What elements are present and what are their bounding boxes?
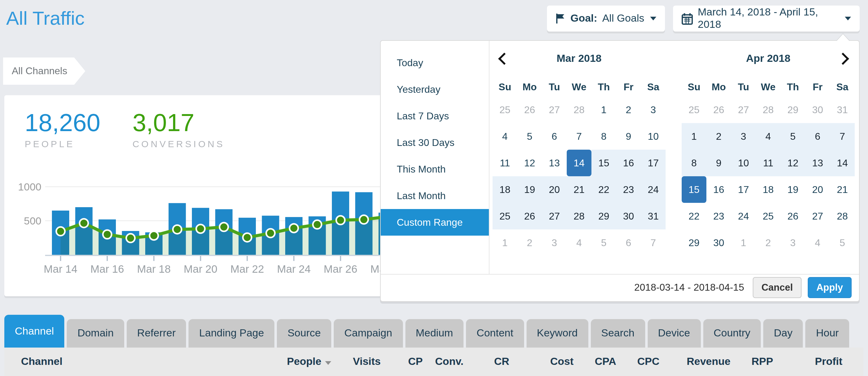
- calendar-day[interactable]: 2: [756, 229, 780, 256]
- calendar-day[interactable]: 26: [517, 203, 542, 229]
- column-header-revenue[interactable]: Revenue: [659, 355, 731, 368]
- preset-last-month[interactable]: Last Month: [381, 182, 489, 209]
- goal-selector-button[interactable]: Goal: All Goals: [547, 6, 665, 32]
- tab-source[interactable]: Source: [277, 319, 331, 348]
- calendar-day[interactable]: 14: [830, 149, 855, 176]
- calendar-day[interactable]: 23: [616, 176, 641, 203]
- calendar-day[interactable]: 27: [731, 96, 756, 123]
- tab-country[interactable]: Country: [703, 319, 761, 348]
- preset-last-7-days[interactable]: Last 7 Days: [381, 103, 489, 129]
- tab-campaign[interactable]: Campaign: [334, 319, 403, 348]
- calendar-day[interactable]: 27: [542, 96, 567, 123]
- cancel-button[interactable]: Cancel: [753, 277, 802, 298]
- column-header-profit[interactable]: Profit: [773, 355, 842, 368]
- calendar-day[interactable]: 7: [567, 123, 591, 149]
- calendar-day[interactable]: 26: [780, 203, 805, 229]
- calendar-day[interactable]: 12: [517, 149, 542, 176]
- calendar-day[interactable]: 2: [706, 123, 731, 149]
- calendar-day[interactable]: 3: [731, 123, 756, 149]
- calendar-day[interactable]: 30: [805, 96, 830, 123]
- calendar-day[interactable]: 9: [706, 149, 731, 176]
- preset-custom-range[interactable]: Custom Range: [381, 209, 489, 235]
- tab-channel[interactable]: Channel: [4, 315, 65, 348]
- calendar-day[interactable]: 9: [616, 123, 641, 149]
- column-header-channel[interactable]: Channel: [21, 355, 257, 368]
- calendar-day[interactable]: 16: [616, 149, 641, 176]
- calendar-day[interactable]: 19: [780, 176, 805, 203]
- tab-content[interactable]: Content: [466, 319, 524, 348]
- calendar-day[interactable]: 6: [805, 123, 830, 149]
- calendar-day[interactable]: 22: [591, 176, 616, 203]
- calendar-day[interactable]: 4: [493, 123, 517, 149]
- calendar-day[interactable]: 25: [493, 96, 517, 123]
- calendar-day[interactable]: 26: [517, 96, 542, 123]
- calendar-day[interactable]: 30: [616, 203, 641, 229]
- column-header-cost[interactable]: Cost: [509, 355, 574, 368]
- calendar-day[interactable]: 17: [731, 176, 756, 203]
- preset-last-30-days[interactable]: Last 30 Days: [381, 129, 489, 155]
- calendar-day[interactable]: 28: [756, 96, 780, 123]
- tab-day[interactable]: Day: [763, 319, 803, 348]
- calendar-day[interactable]: 11: [756, 149, 780, 176]
- calendar-day[interactable]: 5: [591, 229, 616, 256]
- calendar-day[interactable]: 13: [542, 149, 567, 176]
- calendar-day[interactable]: 27: [805, 203, 830, 229]
- tab-referrer[interactable]: Referrer: [127, 319, 186, 348]
- calendar-day[interactable]: 15: [591, 149, 616, 176]
- calendar-day[interactable]: 1: [493, 229, 517, 256]
- calendar-day[interactable]: 29: [682, 229, 706, 256]
- column-header-conv[interactable]: Conv.: [423, 355, 464, 368]
- column-header-cpc[interactable]: CPC: [616, 355, 659, 368]
- tab-medium[interactable]: Medium: [405, 319, 464, 348]
- calendar-day[interactable]: 6: [542, 123, 567, 149]
- calendar-day[interactable]: 25: [756, 203, 780, 229]
- apply-button[interactable]: Apply: [808, 277, 851, 298]
- calendar-day[interactable]: 25: [682, 96, 706, 123]
- tab-landing-page[interactable]: Landing Page: [189, 319, 275, 348]
- calendar-day[interactable]: 8: [682, 149, 706, 176]
- preset-this-month[interactable]: This Month: [381, 155, 489, 182]
- calendar-day[interactable]: 10: [641, 123, 665, 149]
- calendar-day[interactable]: 11: [493, 149, 517, 176]
- calendar-day[interactable]: 22: [682, 203, 706, 229]
- preset-yesterday[interactable]: Yesterday: [381, 76, 489, 103]
- calendar-day[interactable]: 31: [641, 203, 665, 229]
- calendar-day[interactable]: 1: [682, 123, 706, 149]
- calendar-day[interactable]: 28: [567, 203, 591, 229]
- breadcrumb[interactable]: All Channels: [3, 58, 85, 85]
- calendar-day[interactable]: 3: [641, 96, 665, 123]
- calendar-day[interactable]: 15: [682, 176, 706, 203]
- calendar-day[interactable]: 4: [567, 229, 591, 256]
- calendar-day[interactable]: 24: [641, 176, 665, 203]
- column-header-people[interactable]: People: [257, 355, 331, 368]
- calendar-day[interactable]: 2: [616, 96, 641, 123]
- calendar-day[interactable]: 20: [542, 176, 567, 203]
- calendar-day[interactable]: 30: [706, 229, 731, 256]
- column-header-cpa[interactable]: CPA: [574, 355, 616, 368]
- calendar-day[interactable]: 2: [517, 229, 542, 256]
- calendar-day[interactable]: 3: [542, 229, 567, 256]
- tab-domain[interactable]: Domain: [67, 319, 124, 348]
- calendar-day[interactable]: 5: [780, 123, 805, 149]
- calendar-day[interactable]: 26: [706, 96, 731, 123]
- calendar-day[interactable]: 4: [805, 229, 830, 256]
- calendar-day[interactable]: 19: [517, 176, 542, 203]
- calendar-day[interactable]: 28: [830, 203, 855, 229]
- tab-keyword[interactable]: Keyword: [526, 319, 588, 348]
- tab-hour[interactable]: Hour: [806, 319, 849, 348]
- tab-device[interactable]: Device: [647, 319, 701, 348]
- calendar-day[interactable]: 12: [780, 149, 805, 176]
- column-header-cp[interactable]: CP: [381, 355, 423, 368]
- preset-today[interactable]: Today: [381, 49, 489, 76]
- calendar-day[interactable]: 21: [567, 176, 591, 203]
- calendar-day[interactable]: 24: [731, 203, 756, 229]
- calendar-day[interactable]: 1: [591, 96, 616, 123]
- calendar-day[interactable]: 5: [830, 229, 855, 256]
- calendar-day[interactable]: 31: [830, 96, 855, 123]
- column-header-cr[interactable]: CR: [464, 355, 509, 368]
- calendar-day[interactable]: 16: [706, 176, 731, 203]
- calendar-day[interactable]: 29: [780, 96, 805, 123]
- date-range-button[interactable]: March 14, 2018 - April 15, 2018: [673, 6, 860, 32]
- calendar-day[interactable]: 4: [756, 123, 780, 149]
- tab-search[interactable]: Search: [591, 319, 645, 348]
